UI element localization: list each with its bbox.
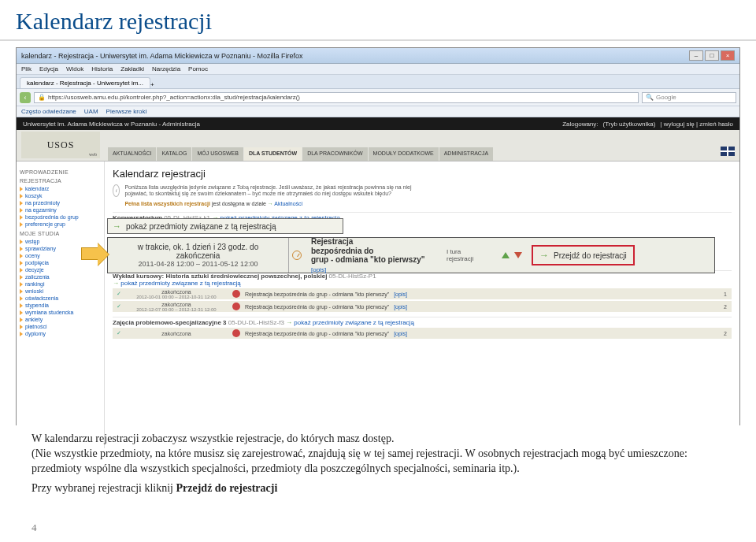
sidebar-item[interactable]: wnioski (20, 288, 101, 295)
sidebar-item-label: preferencje grup (25, 221, 65, 227)
tab-title: kalendarz - Rejestracja - Uniwersytet im… (27, 80, 143, 87)
page-number: 4 (32, 522, 37, 534)
sidebar-item[interactable]: stypendia (20, 302, 101, 309)
window-max-button[interactable]: □ (705, 50, 719, 61)
section-zajecia: Zajęcia problemowo-specjalizacyjne 3 05-… (113, 317, 732, 326)
nav-item[interactable]: MÓJ USOSWEB (192, 147, 243, 161)
course-code: 05-DU-DL-HistSz-f3 (228, 319, 284, 326)
sidebar-group-label: MOJE STUDIA (20, 231, 101, 236)
lock-icon: 🔒 (38, 94, 46, 101)
sidebar-item[interactable]: koszyk (20, 192, 101, 199)
clock-icon (292, 251, 302, 260)
sidebar-item-label: koszyk (25, 193, 42, 199)
nav-item[interactable]: AKTUALNOŚCI (108, 147, 156, 161)
opis-link[interactable]: [opis] (394, 331, 407, 336)
url-input[interactable]: 🔒 https://usosweb.amu.edu.pl/kontroler.p… (34, 92, 639, 103)
menu-item[interactable]: Edycja (39, 65, 58, 72)
highlight-registration-row: w trakcie, ok. 1 dzień i 23 godz. do zak… (107, 237, 715, 273)
course-code: 05-DL-HistSz-P1 (329, 273, 376, 280)
user-mode: (Tryb użytkownika) (603, 121, 656, 128)
arrow-icon: → (539, 250, 549, 261)
menu-item[interactable]: Plik (21, 65, 32, 72)
row-status: zakończona (125, 302, 228, 307)
info-link[interactable]: Aktualności (274, 201, 302, 206)
browser-tab[interactable]: kalendarz - Rejestracja - Uniwersytet im… (20, 77, 150, 88)
logo-sub: web (89, 152, 97, 157)
sidebar-item-label: na egzaminy (25, 207, 57, 213)
menu-item[interactable]: Narzędzia (152, 65, 180, 72)
logo-text: USOS (47, 139, 75, 151)
sidebar-item-label: rankingi (25, 281, 45, 287)
menu-item[interactable]: Pomoc (188, 65, 208, 72)
menu-item[interactable]: Zakładki (120, 65, 144, 72)
sidebar-item[interactable]: dyplomy (20, 330, 101, 337)
triangle-up-icon[interactable] (502, 252, 510, 258)
show-subjects-link[interactable]: pokaż przedmioty związane z tą rejestrac… (294, 319, 414, 326)
sidebar-item[interactable]: płatności (20, 323, 101, 330)
nav-item[interactable]: KATALOG (157, 147, 191, 161)
explain-line: (Nie wszystkie przedmioty, na które musi… (32, 447, 687, 474)
sidebar-item[interactable]: zaliczenia (20, 273, 101, 280)
new-tab-button[interactable]: + (150, 81, 154, 88)
row-dates: 2011-04-28 12:00 – 2011-05-12 12:00 (116, 260, 280, 268)
nav-item[interactable]: MODUŁY DODATKOWE (369, 147, 439, 161)
highlight-text[interactable]: pokaż przedmioty związane z tą rejestrac… (126, 222, 276, 231)
sidebar-item[interactable]: bezpośrednia do grup (20, 213, 101, 221)
tura-line: I tura (447, 248, 494, 255)
bookmark-item[interactable]: Często odwiedzane (21, 108, 76, 115)
page-title: Kalendarz rejestracji (0, 0, 756, 41)
search-placeholder: Google (656, 94, 676, 101)
show-subjects-link[interactable]: pokaż przedmioty związane z tą rejestrac… (120, 280, 241, 287)
sidebar-item-label: zaliczenia (25, 274, 50, 280)
bookmark-item[interactable]: Pierwsze kroki (106, 108, 147, 115)
sidebar-item[interactable]: oświadczenia (20, 295, 101, 302)
sidebar-group-label: WPROWADZENIE (20, 169, 101, 175)
flag-icon[interactable] (721, 147, 735, 156)
explanation-text: W kalendarzu rejestracji zobaczysz wszys… (32, 432, 724, 501)
row-title-cell: Rejestracja bezpośrednia do grup - odmia… (305, 237, 439, 273)
bookmark-item[interactable]: UAM (84, 108, 98, 115)
sidebar-item[interactable]: decyzje (20, 266, 101, 273)
nav-item[interactable]: ADMINISTRACJA (439, 147, 493, 161)
triangle-down-icon[interactable] (514, 252, 522, 258)
triangle-icon (20, 201, 23, 206)
sidebar-item[interactable]: preferencje grup (20, 221, 101, 228)
back-button[interactable]: ‹ (20, 92, 31, 103)
opis-link[interactable]: [opis] (394, 291, 407, 297)
opis-link[interactable]: [opis] (394, 304, 407, 310)
row-dates-cell: w trakcie, ok. 1 dzień i 23 godz. do zak… (108, 238, 289, 273)
search-input[interactable]: 🔍 Google (642, 92, 736, 103)
logout-links[interactable]: | wyloguj się | zmień hasło (660, 121, 733, 128)
opis-link[interactable]: [opis] (311, 266, 326, 273)
nav-item-active[interactable]: DLA STUDENTÓW (244, 147, 302, 161)
menu-item[interactable]: Widok (66, 65, 83, 72)
university-name: Uniwersytet im. Adama Mickiewicza w Pozn… (23, 121, 200, 128)
arrow-icon: → (113, 221, 121, 231)
goto-registration-button[interactable]: → Przejdź do rejestracji (532, 245, 635, 265)
usos-logo[interactable]: USOS web (21, 132, 100, 158)
arrow-icon: → (113, 280, 119, 287)
window-titlebar: kalendarz - Rejestracja - Uniwersytet im… (17, 48, 739, 64)
sidebar-item-label: wymiana studencka (25, 310, 73, 315)
sidebar-item[interactable]: na egzaminy (20, 206, 101, 213)
red-dot-icon (232, 303, 240, 310)
sidebar-item[interactable]: wymiana studencka (20, 309, 101, 316)
nav-item[interactable]: DLA PRACOWNIKÓW (302, 147, 367, 161)
triangle-icon (20, 247, 23, 251)
usos-header: USOS web AKTUALNOŚCI KATALOG MÓJ USOSWEB… (17, 130, 739, 161)
info-icon: i (113, 184, 120, 197)
sidebar-item[interactable]: ankiety (20, 316, 101, 323)
window-close-button[interactable]: × (721, 50, 735, 61)
sidebar-item[interactable]: rankingi (20, 280, 101, 288)
sidebar-item[interactable]: kalendarz (20, 185, 101, 192)
search-icon: 🔍 (646, 94, 654, 101)
triangle-icon (20, 239, 23, 244)
sidebar-item[interactable]: na przedmioty (20, 199, 101, 206)
triangle-icon (20, 254, 23, 258)
sidebar-group-label: REJESTRACJA (20, 178, 101, 184)
row-desc: Rejestracja bezpośrednia do grup - odmia… (245, 304, 389, 310)
triangle-icon (20, 261, 23, 265)
window-min-button[interactable]: – (689, 50, 703, 61)
menu-item[interactable]: Historia (91, 65, 113, 72)
triangle-icon (20, 310, 23, 315)
